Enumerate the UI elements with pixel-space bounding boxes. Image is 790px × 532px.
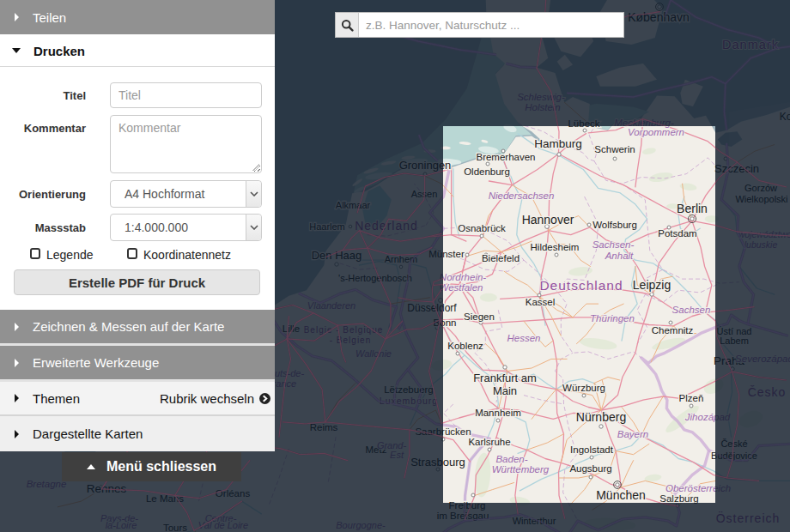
svg-text:Karlsruhe: Karlsruhe — [468, 437, 510, 447]
svg-text:Oldenburg: Oldenburg — [464, 166, 510, 177]
svg-text:Freiburg: Freiburg — [449, 500, 486, 511]
svg-text:- Belgien: - Belgien — [330, 336, 371, 345]
svg-text:Hannover: Hannover — [522, 213, 574, 227]
svg-text:Haarlem: Haarlem — [309, 221, 345, 232]
svg-text:Vorpommern: Vorpommern — [628, 127, 684, 137]
svg-text:Bonn: Bonn — [434, 317, 457, 328]
svg-text:Anhalt: Anhalt — [605, 251, 634, 261]
svg-text:Westfalen: Westfalen — [440, 282, 483, 293]
svg-text:Lübeck: Lübeck — [568, 118, 599, 129]
svg-text:Bretagne: Bretagne — [27, 479, 67, 489]
svg-text:Hamburg: Hamburg — [534, 137, 582, 150]
svg-text:Niedersachsen: Niedersachsen — [489, 190, 555, 201]
svg-text:Vlaanderen: Vlaanderen — [307, 300, 356, 311]
svg-text:Wielkopolski: Wielkopolski — [735, 194, 787, 204]
svg-text:Bourgogne-: Bourgogne- — [336, 520, 386, 530]
svg-text:Bremerhaven: Bremerhaven — [476, 152, 535, 162]
svg-text:Wallonie: Wallonie — [356, 348, 392, 359]
svg-text:Nordrhein-: Nordrhein- — [440, 272, 486, 282]
svg-text:České: České — [720, 438, 747, 449]
svg-text:Hessen: Hessen — [507, 333, 541, 343]
svg-text:Sachsen-: Sachsen- — [592, 239, 635, 250]
svg-text:Württemberg: Württemberg — [492, 464, 550, 475]
svg-text:Plzeň: Plzeň — [679, 393, 704, 403]
svg-text:Chemnitz: Chemnitz — [652, 325, 694, 336]
svg-text:im Breisgau: im Breisgau — [437, 511, 489, 521]
svg-text:Severozápad: Severozápad — [735, 354, 790, 364]
svg-text:Würzburg: Würzburg — [562, 383, 605, 393]
svg-text:Frankfurt am: Frankfurt am — [473, 372, 537, 384]
svg-text:Münster: Münster — [428, 249, 465, 259]
svg-text:Arnhem: Arnhem — [385, 254, 418, 264]
svg-text:Jihozápad: Jihozápad — [684, 412, 731, 422]
svg-text:Belgie - Belgique: Belgie - Belgique — [304, 325, 384, 335]
svg-text:Wolfsburg: Wolfsburg — [592, 220, 637, 230]
svg-text:Danmark: Danmark — [722, 38, 779, 51]
svg-text:'s-Hertogenbosch: 's-Hertogenbosch — [338, 273, 412, 283]
svg-text:Holstein: Holstein — [525, 102, 561, 112]
svg-text:Winterthur: Winterthur — [513, 516, 556, 526]
svg-text:Assen: Assen — [411, 189, 438, 199]
svg-text:Berlin: Berlin — [677, 202, 708, 215]
svg-text:Val de Loire: Val de Loire — [198, 520, 248, 530]
svg-text:Sachsen: Sachsen — [672, 305, 711, 315]
svg-text:Nederland: Nederland — [355, 219, 418, 233]
svg-text:Schwerin: Schwerin — [594, 144, 635, 154]
svg-text:Lille: Lille — [283, 323, 300, 334]
svg-text:Oberösterreich: Oberösterreich — [665, 483, 731, 493]
svg-text:Gorzów: Gorzów — [744, 183, 777, 193]
svg-text:la-Loire: la-Loire — [106, 520, 137, 530]
svg-text:Kassel: Kassel — [526, 297, 556, 307]
svg-text:Le Mans: Le Mans — [146, 493, 184, 504]
svg-text:Deutschland: Deutschland — [539, 278, 623, 293]
svg-text:województwo: województwo — [738, 229, 790, 239]
svg-text:Bielefeld: Bielefeld — [482, 253, 520, 263]
svg-text:Saarbrücken: Saarbrücken — [415, 426, 471, 437]
svg-text:Thüringen: Thüringen — [590, 313, 635, 323]
svg-text:Potsdam: Potsdam — [658, 228, 696, 239]
svg-text:Est: Est — [390, 450, 404, 460]
svg-text:Lëtzebuerg: Lëtzebuerg — [384, 384, 434, 395]
svg-text:Rennes: Rennes — [87, 482, 127, 495]
svg-text:Strasbourg: Strasbourg — [410, 456, 465, 469]
svg-text:Labem: Labem — [720, 336, 749, 346]
svg-text:Augsburg: Augsburg — [569, 463, 611, 474]
svg-text:Mannheim: Mannheim — [475, 408, 521, 418]
svg-text:Den Haag: Den Haag — [312, 249, 362, 262]
svg-text:Tours: Tours — [163, 523, 187, 532]
svg-text:Orléans: Orléans — [216, 488, 251, 499]
svg-text:Leipzig: Leipzig — [633, 278, 671, 292]
svg-text:Kosz: Kosz — [780, 111, 790, 123]
svg-text:Düsseldorf: Düsseldorf — [407, 302, 457, 314]
svg-text:Schleswig-: Schleswig- — [517, 92, 565, 102]
svg-text:Mecklenburg-: Mecklenburg- — [614, 118, 674, 128]
svg-text:Luxembourg: Luxembourg — [380, 396, 438, 406]
svg-text:Ingolstadt: Ingolstadt — [570, 444, 614, 455]
svg-text:Hildesheim: Hildesheim — [531, 242, 580, 252]
svg-text:Koblenz: Koblenz — [447, 341, 483, 351]
svg-text:Österreich: Österreich — [716, 511, 781, 525]
svg-text:Baden-: Baden- — [495, 454, 527, 464]
svg-text:København: København — [628, 10, 690, 24]
svg-text:Reims: Reims — [310, 422, 338, 432]
svg-text:Main: Main — [493, 384, 517, 397]
svg-text:Nürnberg: Nürnberg — [576, 410, 626, 424]
svg-text:lubuskie: lubuskie — [744, 239, 778, 250]
svg-text:Salzburg: Salzburg — [659, 493, 698, 504]
svg-text:Alkmaar: Alkmaar — [336, 200, 371, 210]
svg-text:Bayern: Bayern — [617, 429, 648, 439]
svg-text:München: München — [596, 488, 646, 502]
svg-text:Groningen: Groningen — [399, 159, 452, 172]
svg-text:Česko: Česko — [748, 385, 787, 399]
svg-text:Siegen: Siegen — [464, 311, 495, 322]
svg-text:Osnabrück: Osnabrück — [458, 223, 506, 233]
svg-text:Budějovice: Budějovice — [711, 450, 757, 461]
svg-text:Szczecin: Szczecin — [714, 162, 759, 175]
